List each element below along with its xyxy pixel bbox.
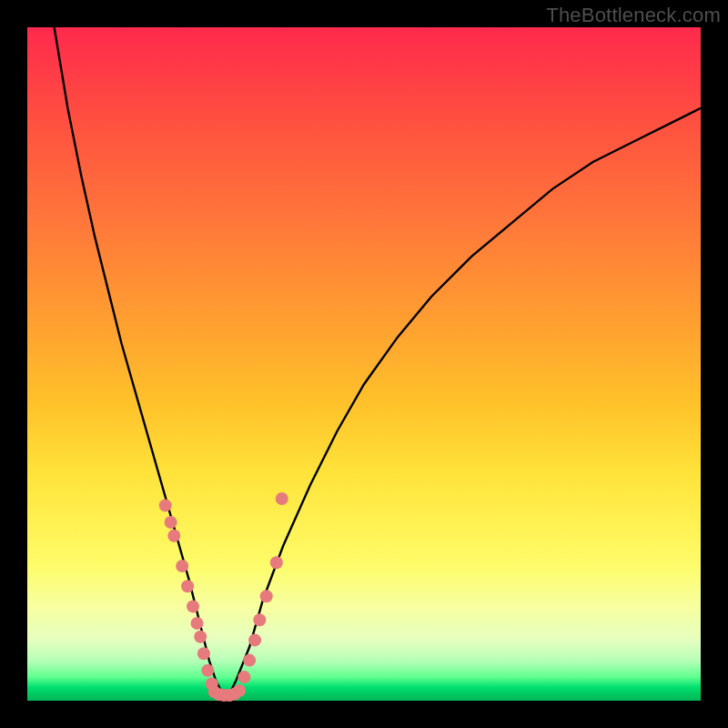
data-point <box>260 590 273 602</box>
data-point <box>276 492 288 505</box>
data-point <box>167 530 180 542</box>
chart-frame: TheBottleneck.com <box>0 0 728 728</box>
data-point <box>201 664 214 677</box>
data-point <box>187 600 199 612</box>
data-point <box>243 654 256 667</box>
data-point <box>159 499 172 511</box>
data-point <box>233 684 246 697</box>
plot-area <box>27 27 701 701</box>
data-point <box>238 671 250 683</box>
data-point <box>176 560 188 572</box>
data-point <box>165 516 177 529</box>
data-point <box>197 647 210 660</box>
bottleneck-curve <box>55 27 701 694</box>
data-point <box>191 617 204 630</box>
data-point <box>181 580 194 592</box>
data-points-group <box>159 492 288 702</box>
data-point <box>253 613 266 626</box>
watermark-text: TheBottleneck.com <box>546 4 721 27</box>
data-point <box>248 633 261 646</box>
data-point <box>270 556 283 569</box>
chart-svg <box>27 27 701 701</box>
data-point <box>194 631 207 643</box>
